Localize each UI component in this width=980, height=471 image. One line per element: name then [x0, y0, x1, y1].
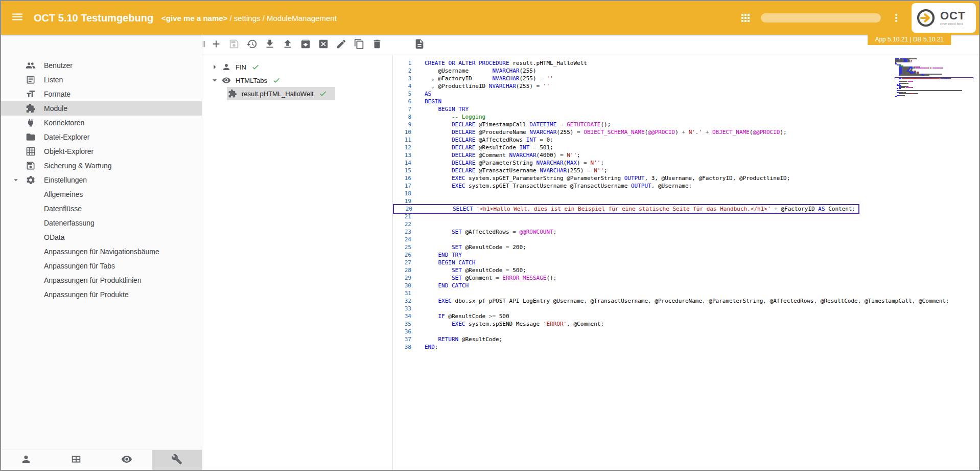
code-token: 0; [543, 137, 553, 143]
code-line-17: 17 EXEC system.spGET_TransactUsername @T… [393, 182, 979, 190]
code-token [425, 183, 452, 189]
code-token: (255) [519, 68, 536, 74]
sidebar-item-label: Allgemeines [44, 190, 83, 198]
module-icon [26, 103, 36, 114]
code-token: 200; [509, 244, 526, 251]
gear-icon [26, 175, 36, 185]
upload-button[interactable] [281, 38, 294, 52]
restore-button[interactable] [245, 38, 259, 52]
version-info: App 5.10.21 | DB 5.10.21 [868, 35, 951, 45]
code-editor[interactable]: 1CREATE OR ALTER PROCEDURE result.pHTML_… [393, 55, 979, 470]
code-text: IF @ResultCode >= 500 [411, 312, 509, 320]
sidebar-item-konnektoren[interactable]: Konnektoren [1, 116, 202, 130]
chevron-down-icon[interactable] [209, 75, 221, 85]
code-token: @ResultCode [475, 144, 519, 151]
code-token: DATETIME [529, 121, 556, 128]
sidebar-item-module[interactable]: Module [1, 101, 202, 116]
sidebar-item-einstellungen[interactable]: Einstellungen [1, 173, 202, 187]
sidebar-item-listen[interactable]: Listen [1, 73, 202, 87]
rename-button[interactable] [335, 38, 348, 52]
line-number: 7 [393, 105, 411, 113]
more-vert-icon[interactable] [890, 12, 902, 24]
code-token: NVARCHAR [489, 83, 516, 89]
plus-icon [211, 38, 222, 52]
code-line-33: 33 [393, 305, 979, 312]
tree-node-htmltabs[interactable]: HTMLTabs [202, 74, 392, 87]
checkin-button[interactable] [299, 38, 312, 52]
code-token: N'' [567, 152, 577, 159]
history-icon [246, 38, 258, 52]
code-text: AS [411, 90, 431, 98]
tab-table-modules[interactable] [51, 450, 101, 470]
sidebar-item-anpassungen-f-r-navigationsb-ume[interactable]: Anpassungen für Navigationsbäume [1, 244, 202, 259]
code-token: @ResultCode [445, 313, 489, 320]
code-token [425, 175, 452, 182]
sidebar-item-datei-explorer[interactable]: Datei-Explorer [1, 130, 202, 144]
tab-person-modules[interactable] [1, 450, 51, 470]
code-token: NVARCHAR [509, 152, 536, 159]
tree-node-fin[interactable]: FIN [202, 60, 392, 74]
sidebar-item-label: OData [44, 233, 64, 241]
menu-button[interactable] [1, 1, 34, 35]
tree-node-label: result.pHTML_HalloWelt [242, 90, 314, 98]
header-search-input[interactable] [761, 13, 881, 23]
apps-grid-icon[interactable] [739, 12, 752, 24]
minimap-segment [897, 96, 897, 97]
folder-icon [26, 132, 36, 142]
sidebar-item-formate[interactable]: Formate [1, 87, 202, 101]
code-line-4: 4 , @ProductlineID NVARCHAR(255) = '' [393, 82, 979, 90]
duplicate-button[interactable] [353, 38, 366, 52]
tree-node-result-phtml-hallowelt[interactable]: result.pHTML_HalloWelt [202, 87, 392, 100]
sidebar-item-anpassungen-f-r-produktlinien[interactable]: Anpassungen für Produktlinien [1, 273, 202, 287]
format-icon [26, 89, 36, 99]
save-button[interactable] [227, 38, 241, 52]
code-token: ; [577, 152, 580, 159]
minimap-segment [895, 61, 903, 62]
code-token [425, 252, 438, 258]
sidebar-item-odata[interactable]: OData [1, 230, 202, 244]
code-token [448, 252, 452, 258]
minimap-segment [906, 87, 912, 88]
chevron-down-icon[interactable] [11, 175, 20, 185]
code-token: , 3, @Username, @FactoryID, @Productline… [645, 175, 790, 182]
sidebar-item-anpassungen-f-r-tabs[interactable]: Anpassungen für Tabs [1, 259, 202, 273]
code-token: -- Logging [452, 114, 485, 120]
tab-procedure-modules[interactable] [152, 450, 202, 470]
definition-button[interactable] [413, 38, 426, 52]
line-number: 17 [393, 182, 411, 190]
tree-indent [209, 88, 227, 99]
sidebar-item-datenerfassung[interactable]: Datenerfassung [1, 216, 202, 230]
backup-icon [26, 161, 36, 171]
code-text: SELECT '<h1>Hallo Welt, dies ist ein Bei… [412, 205, 855, 213]
panel-resize-handle[interactable] [199, 39, 208, 51]
code-token: NVARCHAR [540, 167, 567, 174]
breadcrumb-name[interactable]: <give me a name> [161, 14, 227, 23]
sidebar-item-sicherung-wartung[interactable]: Sicherung & Wartung [1, 159, 202, 173]
code-token: @ParameterString [475, 160, 536, 166]
code-line-21: 21 [393, 213, 979, 220]
code-text: END; [411, 343, 438, 351]
sidebar-item-objekt-explorer[interactable]: Objekt-Explorer [1, 144, 202, 159]
code-token: dbo.sx_pf_pPOST_API_LogEntry @Username, … [452, 298, 949, 304]
discard-button[interactable] [317, 38, 330, 52]
code-token: @FactoryID [778, 206, 818, 212]
minimap-segment [947, 78, 951, 79]
sidebar-item-allgemeines[interactable]: Allgemeines [1, 187, 202, 201]
code-token: DECLARE [452, 160, 475, 166]
code-text [411, 197, 425, 205]
delete-button[interactable] [370, 38, 384, 52]
code-token: , @Comment; [567, 321, 604, 327]
minimap-segment [924, 68, 928, 69]
line-number: 35 [393, 320, 411, 328]
add-button[interactable] [209, 38, 223, 52]
download-button[interactable] [263, 38, 276, 52]
minimap[interactable] [895, 58, 973, 97]
chevron-right-icon[interactable] [209, 62, 221, 72]
sidebar-item-anpassungen-f-r-produkte[interactable]: Anpassungen für Produkte [1, 287, 202, 302]
code-token: PROCEDURE [479, 60, 509, 66]
tab-view-modules[interactable] [102, 450, 152, 470]
code-line-11: 11 DECLARE @AffectedRows INT = 0; [393, 136, 979, 144]
code-token: @Comment [462, 275, 496, 281]
sidebar-item-benutzer[interactable]: Benutzer [1, 58, 202, 73]
sidebar-item-datenfl-sse[interactable]: Datenflüsse [1, 201, 202, 216]
